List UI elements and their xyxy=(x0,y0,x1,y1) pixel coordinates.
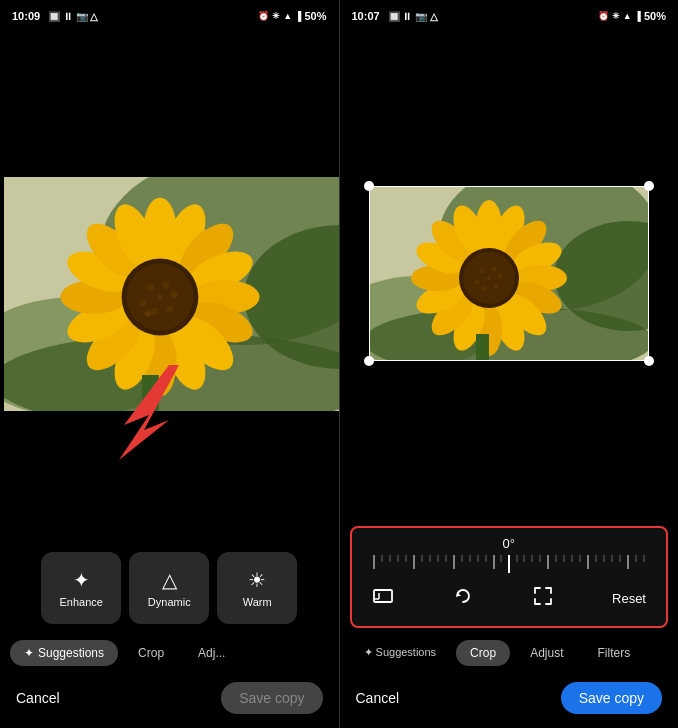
status-bar-right: 10:07 🔲 ⏸ 📷 △ ⏰ ✳ ▲ ▐ 50% xyxy=(340,0,679,28)
svg-point-29 xyxy=(145,310,151,316)
crop-label-left: Crop xyxy=(138,646,164,660)
warm-label: Warm xyxy=(243,596,272,608)
status-bar-left: 10:09 🔲 ⏸ 📷 △ ⏰ ✳ ▲ ▐ 50% xyxy=(0,0,339,28)
alarm-icon: ⏰ xyxy=(258,11,269,21)
bottom-area-left: ✦ Enhance △ Dynamic ☀ Warm ✦ Suggestions… xyxy=(0,540,339,728)
suggestions-label-right: Suggestions xyxy=(376,646,437,658)
tab-suggestions-left[interactable]: ✦ Suggestions xyxy=(10,640,118,666)
dynamic-icon: △ xyxy=(162,568,177,592)
expand-button[interactable] xyxy=(524,581,562,616)
save-button-left[interactable]: Save copy xyxy=(221,682,322,714)
crop-handle-tl[interactable] xyxy=(364,181,374,191)
cancel-button-left[interactable]: Cancel xyxy=(16,690,60,706)
rotate-icon xyxy=(452,585,474,607)
wifi-icon-right: ▲ xyxy=(623,11,632,21)
crop-handle-bl[interactable] xyxy=(364,356,374,366)
bluetooth-icon-right: ✳ xyxy=(612,11,620,21)
enhance-label: Enhance xyxy=(60,596,103,608)
bottom-area-right: 0° xyxy=(340,518,679,728)
rotate-button[interactable] xyxy=(444,581,482,616)
bottom-bar-left: Cancel Save copy xyxy=(0,674,339,728)
svg-point-26 xyxy=(166,305,173,312)
time-right: 10:07 xyxy=(352,10,380,22)
tab-suggestions-right[interactable]: ✦ Suggestions xyxy=(350,640,451,666)
left-screen: 10:09 🔲 ⏸ 📷 △ ⏰ ✳ ▲ ▐ 50% xyxy=(0,0,339,728)
svg-point-28 xyxy=(140,299,147,306)
enhance-icon: ✦ xyxy=(73,568,90,592)
save-button-right[interactable]: Save copy xyxy=(561,682,662,714)
adjust-label-left: Adj... xyxy=(198,646,225,660)
bottom-bar-right: Cancel Save copy xyxy=(340,674,679,728)
crop-border xyxy=(369,186,649,361)
filters-label-right: Filters xyxy=(597,646,630,660)
right-screen: 10:07 🔲 ⏸ 📷 △ ⏰ ✳ ▲ ▐ 50% xyxy=(340,0,679,728)
signal-icon: ▐ xyxy=(295,11,301,21)
status-icons-right: 🔲 ⏸ 📷 △ xyxy=(388,11,438,22)
enhance-button[interactable]: ✦ Enhance xyxy=(41,552,121,624)
tab-crop-right[interactable]: Crop xyxy=(456,640,510,666)
wifi-icon: ▲ xyxy=(283,11,292,21)
angle-ruler[interactable] xyxy=(360,555,659,575)
image-area-left xyxy=(0,28,339,540)
photo-left xyxy=(14,187,324,382)
bluetooth-icon: ✳ xyxy=(272,11,280,21)
status-icons-left: 🔲 ⏸ 📷 △ xyxy=(48,11,98,22)
tabs-row-left: ✦ Suggestions Crop Adj... xyxy=(0,636,339,674)
svg-marker-32 xyxy=(119,365,179,460)
tabs-row-right: ✦ Suggestions Crop Adjust Filters xyxy=(340,636,679,674)
alarm-icon-right: ⏰ xyxy=(598,11,609,21)
tools-row: ✦ Enhance △ Dynamic ☀ Warm xyxy=(0,540,339,636)
tab-adjust-right[interactable]: Adjust xyxy=(516,640,577,666)
tab-crop-left[interactable]: Crop xyxy=(124,640,178,666)
svg-point-25 xyxy=(171,291,178,298)
battery-left: 50% xyxy=(304,10,326,22)
image-area-right xyxy=(340,28,679,518)
crop-label-right: Crop xyxy=(470,646,496,660)
suggestions-label-left: Suggestions xyxy=(38,646,104,660)
red-arrow xyxy=(89,360,209,460)
svg-point-23 xyxy=(147,283,154,290)
cancel-button-right[interactable]: Cancel xyxy=(356,690,400,706)
expand-icon xyxy=(532,585,554,607)
suggestions-star-right: ✦ xyxy=(364,646,376,658)
svg-point-30 xyxy=(157,294,163,300)
tab-adjust-left[interactable]: Adj... xyxy=(184,640,239,666)
dynamic-button[interactable]: △ Dynamic xyxy=(129,552,209,624)
dynamic-label: Dynamic xyxy=(148,596,191,608)
svg-rect-99 xyxy=(374,590,392,602)
time-left: 10:09 xyxy=(12,10,40,22)
crop-controls-panel: 0° xyxy=(350,526,669,628)
tab-filters-right[interactable]: Filters xyxy=(583,640,644,666)
aspect-ratio-icon xyxy=(372,585,394,607)
angle-display: 0° xyxy=(360,536,659,551)
signal-icon-right: ▐ xyxy=(635,11,641,21)
photo-right[interactable] xyxy=(369,186,649,361)
crop-icons-row: Reset xyxy=(360,575,659,618)
angle-value: 0° xyxy=(503,536,515,551)
ruler-svg xyxy=(364,555,654,575)
crop-handle-br[interactable] xyxy=(644,356,654,366)
adjust-label-right: Adjust xyxy=(530,646,563,660)
battery-right: 50% xyxy=(644,10,666,22)
crop-handle-tr[interactable] xyxy=(644,181,654,191)
reset-button[interactable]: Reset xyxy=(604,587,654,610)
svg-point-24 xyxy=(163,281,170,288)
warm-icon: ☀ xyxy=(248,568,266,592)
warm-button[interactable]: ☀ Warm xyxy=(217,552,297,624)
suggestions-star-left: ✦ xyxy=(24,646,34,660)
svg-point-27 xyxy=(151,307,158,314)
aspect-ratio-button[interactable] xyxy=(364,581,402,616)
